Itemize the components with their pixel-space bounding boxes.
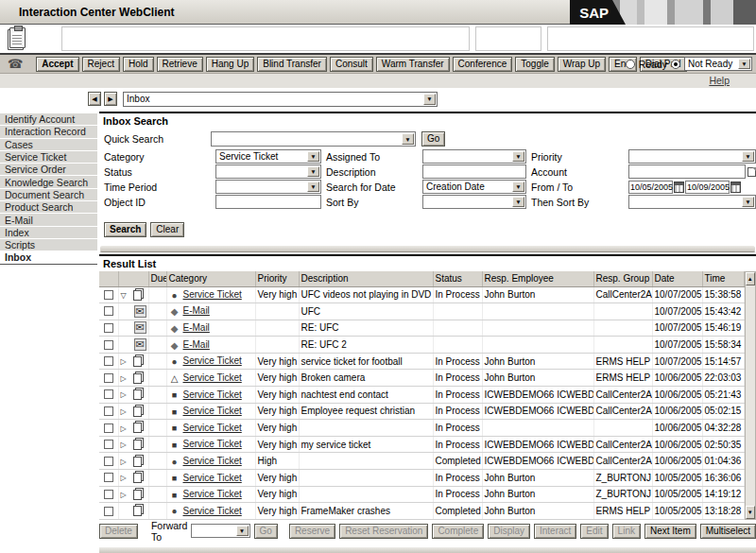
display-button[interactable]: Display [488, 524, 530, 539]
search-button[interactable]: Search [104, 222, 146, 237]
account-input[interactable] [628, 164, 746, 179]
col-due[interactable]: Due [148, 271, 166, 286]
chevron-down-icon[interactable]: ▼ [512, 151, 524, 162]
col-date[interactable]: Date [652, 271, 702, 286]
then-sort-by-select[interactable]: ▼ [628, 195, 756, 209]
scroll-down-icon[interactable]: ▼ [746, 506, 756, 519]
col-priority[interactable]: Priority [255, 271, 299, 286]
category-link[interactable]: Service Ticket [183, 389, 242, 400]
category-link[interactable]: Service Ticket [183, 423, 242, 433]
col-time[interactable]: Time [702, 271, 744, 286]
category-link[interactable]: Service Ticket [183, 355, 242, 366]
expand-row-icon[interactable]: ▷ [121, 474, 130, 482]
consult-button[interactable]: Consult [330, 57, 373, 72]
expand-row-icon[interactable]: ▷ [121, 407, 130, 416]
status-select[interactable]: ▼ [215, 164, 321, 179]
forward-icon[interactable]: ▶ [104, 92, 117, 106]
chevron-down-icon[interactable]: ▼ [307, 151, 319, 162]
category-link[interactable]: E-Mail [183, 339, 210, 350]
priority-select[interactable]: ▼ [628, 149, 756, 164]
sidebar-item-index[interactable]: Index [0, 227, 97, 239]
multiselect-button[interactable]: Multiselect [700, 524, 756, 539]
from-to-date-to[interactable]: 10/09/2005 [685, 181, 730, 194]
sidebar-item-interaction-record[interactable]: Interaction Record [0, 126, 97, 138]
sort-by-select[interactable]: ▼ [422, 195, 526, 209]
row-checkbox[interactable] [104, 406, 113, 416]
quick-search-select[interactable]: ▼ [211, 131, 416, 147]
agent-status-select[interactable]: Not Ready ▼ [684, 57, 752, 71]
row-checkbox[interactable] [104, 440, 113, 449]
row-checkbox[interactable] [104, 490, 113, 499]
scrollbar-track[interactable] [746, 285, 756, 506]
calendar-icon[interactable] [730, 181, 741, 193]
row-checkbox[interactable] [104, 340, 113, 350]
back-icon[interactable]: ◀ [88, 92, 101, 106]
sidebar-item-document-search[interactable]: Document Search [0, 189, 97, 201]
reset-reservation-button[interactable]: Reset Reservation [339, 524, 428, 539]
expand-row-icon[interactable]: ▷ [121, 357, 130, 366]
expand-row-icon[interactable]: ▷ [121, 390, 130, 399]
conference-button[interactable]: Conference [453, 57, 513, 72]
sidebar-item-scripts[interactable]: Scripts [0, 239, 97, 251]
sidebar-item-service-order[interactable]: Service Order [0, 164, 97, 176]
table-scrollbar[interactable]: ▲ ▼ [745, 271, 756, 520]
category-link[interactable]: Service Ticket [183, 372, 242, 383]
search-for-date-select[interactable]: Creation Date▼ [422, 180, 526, 194]
wrap-up-button[interactable]: Wrap Up [558, 57, 606, 72]
edit-button[interactable]: Edit [580, 524, 608, 539]
row-checkbox[interactable] [104, 323, 113, 333]
chevron-down-icon[interactable]: ▼ [402, 133, 414, 145]
complete-button[interactable]: Complete [432, 524, 484, 539]
next-item-button[interactable]: Next Item [644, 524, 696, 539]
link-button[interactable]: Link [612, 524, 641, 539]
row-checkbox[interactable] [104, 507, 113, 516]
sidebar-item-e-mail[interactable]: E-Mail [0, 214, 97, 226]
row-checkbox[interactable] [104, 423, 113, 433]
scroll-up-icon[interactable]: ▲ [746, 272, 756, 285]
warm-transfer-button[interactable]: Warm Transfer [376, 57, 450, 72]
sidebar-item-cases[interactable]: Cases [0, 139, 97, 151]
row-checkbox[interactable] [104, 473, 113, 482]
sidebar-item-inbox[interactable]: Inbox [0, 251, 97, 264]
category-link[interactable]: Service Ticket [183, 473, 242, 483]
accept-button[interactable]: Accept [36, 57, 78, 72]
col-description[interactable]: Description [299, 271, 433, 286]
description-input[interactable] [422, 164, 526, 179]
reserve-button[interactable]: Reserve [289, 524, 335, 539]
help-link[interactable]: Help [709, 75, 730, 86]
retrieve-button[interactable]: Retrieve [157, 57, 203, 72]
row-checkbox[interactable] [104, 373, 113, 383]
input-help-icon[interactable] [747, 167, 756, 177]
col-resp-employee[interactable]: Resp. Employee [482, 271, 593, 286]
chevron-down-icon[interactable]: ▼ [512, 181, 524, 192]
ready-radio[interactable] [626, 60, 635, 69]
chevron-down-icon[interactable]: ▼ [512, 197, 524, 207]
row-checkbox[interactable] [104, 389, 113, 399]
reject-button[interactable]: Reject [82, 57, 120, 72]
chevron-down-icon[interactable]: ▼ [236, 526, 249, 536]
row-checkbox[interactable] [104, 290, 113, 300]
sidebar-item-service-ticket[interactable]: Service Ticket [0, 151, 97, 164]
col-category[interactable]: Category [166, 271, 255, 286]
row-checkbox[interactable] [104, 356, 113, 366]
assigned-to-select[interactable]: ▼ [422, 149, 526, 164]
sidebar-item-product-search[interactable]: Product Search [0, 201, 97, 214]
row-checkbox[interactable] [104, 457, 113, 466]
col-status[interactable]: Status [433, 271, 482, 286]
chevron-down-icon[interactable]: ▼ [423, 94, 436, 105]
category-link[interactable]: Service Ticket [183, 489, 242, 499]
chevron-down-icon[interactable]: ▼ [307, 181, 319, 192]
chevron-down-icon[interactable]: ▼ [738, 59, 750, 69]
category-link[interactable]: Service Ticket [183, 439, 242, 449]
expand-row-icon[interactable]: ▷ [121, 491, 130, 499]
quick-search-go-button[interactable]: Go [421, 131, 445, 147]
chevron-down-icon[interactable]: ▼ [307, 166, 319, 177]
hold-button[interactable]: Hold [123, 57, 154, 72]
delete-button[interactable]: Delete [99, 524, 138, 539]
row-checkbox[interactable] [104, 306, 113, 316]
workcenter-select[interactable]: Inbox ▼ [123, 92, 438, 107]
category-select[interactable]: Service Ticket▼ [215, 149, 321, 164]
category-link[interactable]: Service Ticket [183, 289, 242, 300]
category-link[interactable]: Service Ticket [183, 406, 242, 416]
hang-up-button[interactable]: Hang Up [206, 57, 254, 72]
